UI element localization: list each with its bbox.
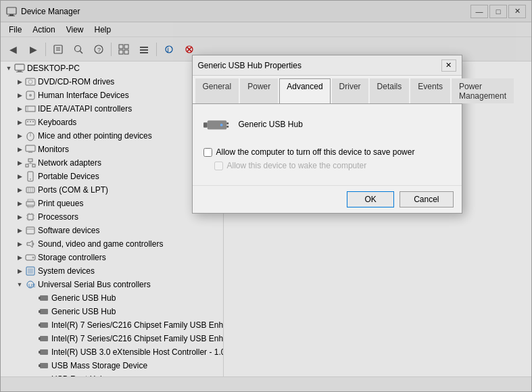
svg-rect-92 (226, 122, 228, 124)
cancel-button[interactable]: Cancel (400, 191, 453, 207)
ok-button[interactable]: OK (347, 191, 394, 207)
properties-dialog: Generic USB Hub Properties ✕ General Pow… (192, 55, 462, 214)
checkbox-row-2: Allow this device to wake the computer (203, 161, 451, 170)
tab-bar: General Power Advanced Driver Details Ev… (193, 76, 462, 104)
device-header: Generic USB Hub (203, 115, 451, 134)
tab-power[interactable]: Power (240, 78, 278, 103)
allow-wake-checkbox[interactable] (214, 162, 223, 170)
device-name: Generic USB Hub (239, 120, 303, 129)
svg-rect-91 (203, 122, 208, 128)
svg-rect-90 (207, 120, 226, 129)
checkbox-row-1: Allow the computer to turn off this devi… (203, 147, 451, 157)
tab-driver[interactable]: Driver (332, 78, 368, 103)
svg-rect-93 (226, 126, 228, 128)
dialog-footer: OK Cancel (193, 185, 462, 213)
tab-power-management[interactable]: Power Management (452, 78, 514, 103)
dialog-body: Generic USB Hub Allow the computer to tu… (193, 104, 462, 185)
allow-wake-label: Allow this device to wake the computer (227, 161, 367, 170)
main-window: Device Manager — □ ✕ File Action View He… (0, 0, 532, 392)
allow-turnoff-label[interactable]: Allow the computer to turn off this devi… (216, 147, 415, 157)
dialog-title-bar: Generic USB Hub Properties ✕ (193, 55, 462, 76)
svg-point-94 (220, 124, 222, 126)
modal-overlay: Generic USB Hub Properties ✕ General Pow… (1, 1, 531, 391)
device-image (203, 115, 231, 134)
dialog-close-button[interactable]: ✕ (441, 59, 456, 72)
tab-advanced[interactable]: Advanced (279, 78, 330, 103)
allow-turnoff-checkbox[interactable] (203, 148, 212, 157)
tab-details[interactable]: Details (370, 78, 410, 103)
dialog-title: Generic USB Hub Properties (198, 61, 441, 70)
tab-events[interactable]: Events (410, 78, 450, 103)
tab-general[interactable]: General (195, 78, 239, 103)
